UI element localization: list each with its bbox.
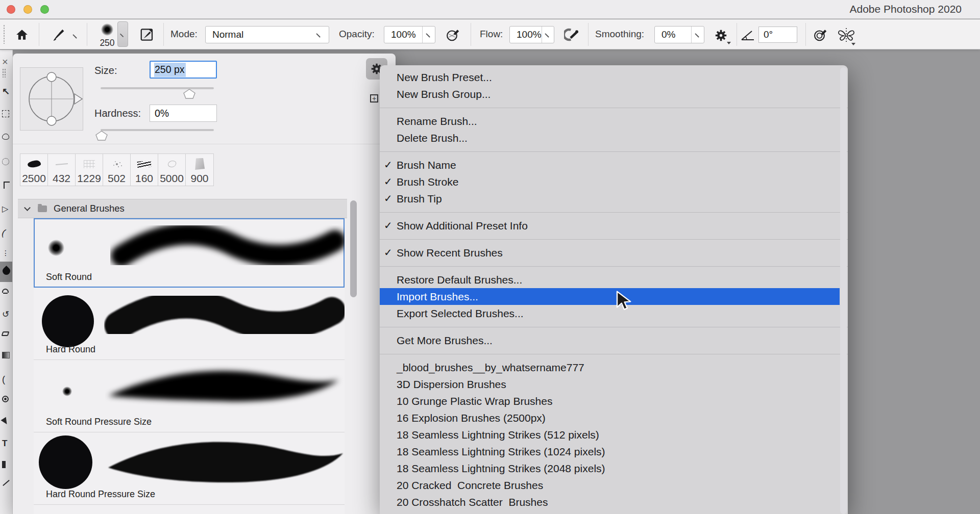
menu-item-new-brush-preset[interactable]: New Brush Preset... [380, 69, 840, 86]
tool-item-path-select-tool-icon[interactable] [2, 461, 6, 468]
airbrush-button[interactable] [562, 26, 582, 43]
checkmark-icon: ✓ [384, 157, 393, 173]
window-titlebar: Adobe Photoshop 2020 [0, 0, 980, 19]
size-pressure-button[interactable] [812, 26, 830, 43]
menu-item-16-explosion-brushes-2500px[interactable]: 16 Explosion Brushes (2500px) [380, 409, 840, 426]
menu-item-brush-stroke[interactable]: ✓Brush Stroke [380, 173, 840, 190]
tool-item-crop-tool-icon[interactable] [4, 182, 10, 189]
recent-brush-tile[interactable]: 502 [103, 154, 131, 186]
smoothing-select[interactable]: 0% [654, 26, 704, 43]
toggle-brush-settings-button[interactable] [138, 26, 156, 43]
menu-item-18-seamless-lightning-strikes-512-pixels[interactable]: 18 Seamless Lightning Strikes (512 pixel… [380, 426, 840, 443]
tool-item-clone-stamp-tool-icon[interactable] [2, 289, 9, 293]
chevron-down-icon[interactable] [24, 204, 31, 211]
tool-item-dodge-tool-icon[interactable] [2, 396, 9, 402]
brush-tip-angle-control[interactable] [20, 67, 83, 131]
hardness-slider[interactable] [101, 129, 214, 131]
create-brush-icon[interactable]: + [370, 94, 378, 102]
opacity-dropdown-button[interactable] [422, 27, 435, 43]
brush-name: Hard Round Pressure Size [46, 489, 155, 500]
smoothing-dropdown-button[interactable] [691, 27, 704, 43]
menu-item-delete-brush[interactable]: Delete Brush... [380, 130, 840, 146]
recent-brush-tile[interactable]: 160 [131, 154, 158, 186]
home-button[interactable] [14, 27, 30, 43]
zoom-window-button[interactable] [40, 5, 49, 14]
tool-item-eyedropper-tool-icon[interactable]: ( [0, 227, 7, 239]
brush-row-hard-round-pressure-size[interactable]: Hard Round Pressure Size [34, 432, 345, 505]
brush-row-soft-round-pressure-size[interactable]: Soft Round Pressure Size [34, 360, 345, 432]
brush-row-hard-round[interactable]: Hard Round [34, 288, 345, 360]
tool-item-selected-brush-tool-icon[interactable] [0, 262, 13, 282]
hardness-slider-thumb[interactable] [95, 131, 108, 141]
flow-select[interactable]: 100% [509, 26, 554, 43]
brush-group-header[interactable]: General Brushes [18, 199, 347, 218]
tool-item-eraser-tool-icon[interactable] [2, 331, 10, 336]
menu-item-brush-name[interactable]: ✓Brush Name [380, 157, 840, 173]
size-input[interactable]: 250 px [150, 61, 217, 79]
tool-item-gradient-tool-icon[interactable] [2, 352, 10, 358]
brush-angle-input[interactable]: 0° [758, 27, 797, 43]
chevron-down-icon [695, 31, 702, 38]
recent-brush-tile[interactable]: 1229 [76, 154, 103, 186]
tool-item-quick-select-tool-icon[interactable] [2, 158, 9, 165]
brush-preset-thumbnail[interactable] [101, 23, 113, 36]
tool-item-line-tool-icon[interactable] [3, 480, 10, 486]
menu-item-label: Get More Brushes... [397, 335, 493, 346]
tool-item-lasso-tool-icon[interactable] [2, 134, 9, 140]
scribble-thumb [131, 156, 158, 172]
close-window-button[interactable] [7, 5, 15, 14]
menu-item-new-brush-group[interactable]: New Brush Group... [380, 86, 840, 102]
options-bar-grip[interactable] [3, 24, 5, 44]
menu-item-brush-tip[interactable]: ✓Brush Tip [380, 190, 840, 207]
hardness-input[interactable]: 0% [150, 105, 217, 122]
recent-brush-tile[interactable]: 900 [186, 154, 213, 186]
tool-item-polygon-lasso-tool-icon[interactable]: ▷ [2, 204, 8, 214]
menu-item-label: 18 Seamless Lightning Strikes (512 pixel… [397, 429, 599, 441]
opacity-pressure-button[interactable] [444, 26, 462, 43]
tool-item-move-tool-icon[interactable]: ↖ [2, 86, 10, 97]
menu-item-20-crosshatch-scatter-brushes[interactable]: 20 Crosshatch Scatter Brushes [380, 494, 840, 510]
brush-preset-picker-button[interactable] [117, 21, 128, 47]
menu-item-20-female-eyes-ps-brushes[interactable]: 20 Female Eyes Ps Brushes [380, 510, 840, 514]
tool-item-marquee-tool-icon[interactable] [2, 110, 9, 117]
smoothing-options-button[interactable] [713, 27, 729, 43]
recent-brush-tile[interactable]: 5000 [158, 154, 186, 186]
brush-list-scrollbar[interactable] [350, 200, 357, 297]
menu-item-get-more-brushes[interactable]: Get More Brushes... [380, 332, 840, 349]
size-slider-thumb[interactable] [183, 89, 195, 99]
recent-brush-tile[interactable]: 432 [48, 154, 76, 186]
menu-scrollbar[interactable] [840, 67, 847, 514]
size-label: Size: [94, 65, 117, 76]
menu-item-export-selected-brushes[interactable]: Export Selected Brushes... [380, 305, 840, 322]
minimize-window-button[interactable] [23, 5, 32, 14]
menu-item-18-seamless-lightning-strikes-2048-pixels[interactable]: 18 Seamless Lightning Strikes (2048 pixe… [380, 460, 840, 477]
brush-tool-button[interactable] [48, 25, 68, 44]
menu-item-rename-brush[interactable]: Rename Brush... [380, 113, 840, 130]
menu-item-blood-brushes-by-whatsername777[interactable]: _blood_brushes__by_whatsername777 [380, 359, 840, 376]
tool-item-close-icon[interactable]: × [2, 56, 8, 68]
mode-value: Normal [206, 29, 316, 40]
size-slider[interactable] [101, 87, 214, 89]
opacity-select[interactable]: 100% [384, 26, 435, 43]
menu-item-20-cracked-concrete-brushes[interactable]: 20 Cracked Concrete Brushes [380, 477, 840, 494]
menu-item-10-grunge-plastic-wrap-brushes[interactable]: 10 Grunge Plastic Wrap Brushes [380, 393, 840, 409]
tool-item-type-tool-icon[interactable]: T [2, 439, 7, 449]
chevron-down-icon[interactable] [72, 32, 80, 39]
menu-item-import-brushes[interactable]: Import Brushes... [380, 288, 840, 305]
paint-symmetry-button[interactable] [836, 26, 856, 44]
tool-item-pen-tool-icon[interactable] [1, 417, 9, 426]
menu-item-label: 3D Dispersion Brushes [397, 378, 506, 390]
menu-item-show-additional-preset-info[interactable]: ✓Show Additional Preset Info [380, 217, 840, 234]
menu-item-show-recent-brushes[interactable]: ✓Show Recent Brushes [380, 244, 840, 261]
mode-select[interactable]: Normal [205, 26, 329, 43]
tool-item-history-brush-tool-icon[interactable]: ↺ [2, 309, 9, 320]
flow-dropdown-button[interactable] [542, 27, 554, 43]
tool-item-spot-heal-tool-icon[interactable]: ⋮ [2, 249, 9, 257]
menu-item-18-seamless-lightning-strikes-1024-pixels[interactable]: 18 Seamless Lightning Strikes (1024 pixe… [380, 443, 840, 460]
recent-brush-tile[interactable]: 2500 [20, 154, 48, 186]
tool-item-grip-icon[interactable] [2, 68, 6, 78]
menu-item-restore-default-brushes[interactable]: Restore Default Brushes... [380, 271, 840, 288]
tool-item-blur-tool-icon[interactable]: ( [2, 374, 5, 385]
menu-item-3d-dispersion-brushes[interactable]: 3D Dispersion Brushes [380, 376, 840, 393]
brush-row-soft-round[interactable]: Soft Round [34, 218, 345, 288]
